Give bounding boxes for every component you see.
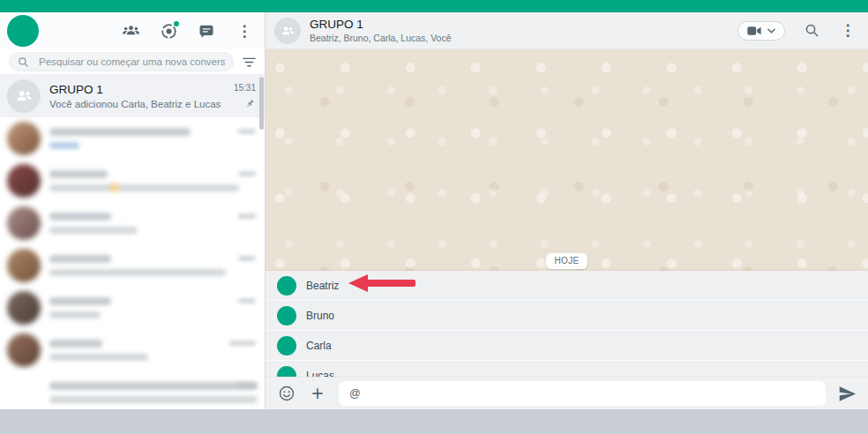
chat-list-item-blurred[interactable]	[0, 202, 265, 244]
profile-avatar[interactable]	[7, 15, 39, 47]
blurred-time-bar	[238, 383, 256, 388]
chat-header: GRUPO 1 Beatriz, Bruno, Carla, Lucas, Vo…	[266, 12, 868, 49]
blurred-texts	[49, 340, 258, 361]
blurred-title-bar	[49, 255, 111, 263]
blurred-meta	[238, 379, 256, 388]
blurred-meta	[238, 295, 256, 303]
mention-name: Beatriz	[306, 280, 339, 292]
blurred-avatar	[7, 249, 41, 282]
sidebar: ⋮	[0, 12, 266, 409]
chat-title: GRUPO 1	[310, 18, 452, 31]
menu-dots-glyph: ⋮	[841, 23, 856, 38]
blurred-avatar	[7, 164, 41, 198]
chat-list-item-blurred[interactable]	[0, 117, 265, 160]
status-notification-dot	[174, 21, 179, 26]
blurred-preview-bar	[49, 396, 258, 403]
communities-icon[interactable]	[121, 21, 140, 41]
blurred-preview-bar	[49, 142, 79, 149]
blurred-meta	[238, 125, 256, 134]
blurred-time-bar	[229, 340, 256, 346]
chevron-down-icon	[767, 28, 775, 34]
blurred-preview-bar	[49, 354, 148, 361]
chat-item-title: GRUPO 1	[49, 83, 258, 96]
blurred-time-bar	[238, 256, 256, 261]
message-composer: +	[266, 377, 868, 409]
sidebar-header: ⋮	[0, 12, 265, 49]
blurred-avatar	[7, 333, 41, 367]
blurred-title-bar	[49, 382, 258, 390]
sidebar-actions: ⋮	[121, 21, 254, 41]
blurred-preview-bar	[49, 184, 239, 191]
mention-name: Bruno	[306, 310, 334, 322]
sidebar-search-bar	[0, 49, 265, 74]
chat-list-item-blurred[interactable]	[0, 329, 265, 371]
blurred-title-bar	[49, 297, 111, 305]
chat-header-group-avatar[interactable]	[274, 18, 301, 44]
date-badge: HOJE	[546, 253, 588, 269]
chat-panel: GRUPO 1 Beatriz, Bruno, Carla, Lucas, Vo…	[266, 12, 868, 409]
blurred-preview-bar	[49, 311, 101, 318]
blurred-meta	[238, 210, 256, 219]
chat-list-item-blurred[interactable]	[0, 287, 265, 329]
mention-name: Carla	[306, 340, 332, 352]
chat-menu-icon[interactable]: ⋮	[838, 21, 857, 41]
emoji-icon[interactable]	[277, 384, 296, 403]
chat-item-time: 15:31	[234, 83, 256, 93]
chat-search-icon[interactable]	[802, 21, 821, 41]
blurred-title-bar	[49, 170, 108, 178]
blurred-time-bar	[238, 129, 256, 134]
mention-item-lucas[interactable]: Lucas	[266, 361, 868, 377]
blurred-avatar	[7, 206, 41, 240]
blurred-avatar	[7, 291, 41, 325]
blurred-title-bar	[49, 340, 102, 348]
plus-glyph: +	[311, 384, 323, 404]
blurred-meta	[238, 168, 256, 176]
chat-item-meta: 15:31	[234, 83, 256, 113]
send-icon[interactable]	[837, 384, 857, 403]
contact-avatar	[277, 366, 296, 378]
whatsapp-web-screen: ⋮	[0, 0, 868, 434]
chat-item-texts: GRUPO 1 Você adicionou Carla, Beatriz e …	[49, 83, 258, 109]
new-chat-icon[interactable]	[197, 21, 216, 41]
status-icon[interactable]	[159, 21, 178, 41]
chat-list-item-blurred[interactable]	[0, 371, 265, 409]
whatsapp-top-accent-bar	[0, 0, 868, 12]
blurred-time-bar	[238, 171, 256, 176]
whatsapp-window: ⋮	[0, 12, 868, 409]
chat-list-item-blurred[interactable]	[0, 244, 265, 287]
chat-list: GRUPO 1 Você adicionou Carla, Beatriz e …	[0, 74, 265, 409]
chat-members: Beatriz, Bruno, Carla, Lucas, Você	[310, 33, 452, 43]
search-pill[interactable]	[9, 52, 234, 71]
mention-name: Lucas	[306, 370, 334, 378]
blurred-meta	[238, 252, 256, 261]
mention-item-beatriz[interactable]: Beatriz	[266, 271, 868, 301]
blurred-texts	[49, 128, 258, 149]
contact-avatar	[277, 306, 296, 326]
filter-chats-icon[interactable]	[242, 55, 256, 69]
blurred-preview-bar	[49, 269, 226, 276]
chat-conversation-area: HOJE Beatriz Bruno Carla	[266, 49, 868, 377]
blurred-time-bar	[238, 298, 256, 303]
pinned-chat-icon	[244, 97, 256, 113]
blurred-title-bar	[49, 213, 111, 221]
sidebar-menu-icon[interactable]: ⋮	[235, 21, 254, 41]
chat-header-titles[interactable]: GRUPO 1 Beatriz, Bruno, Carla, Lucas, Vo…	[310, 18, 452, 43]
contact-avatar	[277, 276, 296, 296]
sidebar-scrollbar-thumb[interactable]	[259, 77, 264, 130]
message-input-pill	[339, 381, 826, 406]
blurred-texts	[49, 382, 258, 403]
contact-avatar	[277, 336, 296, 355]
chat-list-item-blurred[interactable]	[0, 160, 265, 202]
attach-plus-icon[interactable]: +	[308, 384, 327, 403]
chat-item-preview: Você adicionou Carla, Beatriz e Lucas	[49, 99, 258, 109]
video-camera-icon	[747, 26, 761, 36]
mention-item-carla[interactable]: Carla	[266, 331, 868, 361]
blurred-avatar	[7, 376, 41, 409]
blurred-preview-bar	[49, 227, 138, 234]
video-call-button[interactable]	[737, 21, 785, 41]
mention-item-bruno[interactable]: Bruno	[266, 301, 868, 331]
message-input[interactable]	[349, 387, 815, 400]
blurred-texts	[49, 255, 258, 276]
chat-list-item-grupo1[interactable]: GRUPO 1 Você adicionou Carla, Beatriz e …	[0, 75, 265, 117]
search-input[interactable]	[39, 56, 225, 67]
